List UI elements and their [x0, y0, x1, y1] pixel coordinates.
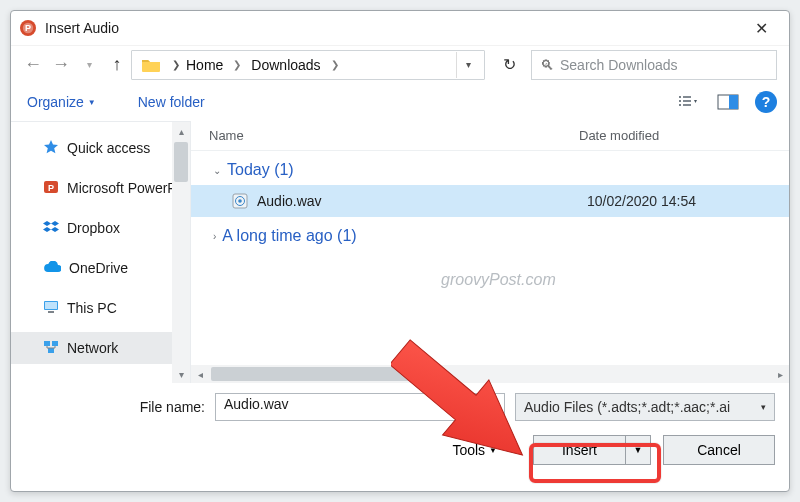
chevron-down-icon: ▾ [466, 59, 471, 70]
svg-rect-15 [48, 311, 54, 313]
powerpoint-icon: P [43, 179, 59, 198]
filename-input[interactable]: Audio.wav [215, 393, 505, 421]
insert-audio-dialog: P Insert Audio ✕ ← → ▾ ↑ ❯ Home ❯ Downlo… [10, 10, 790, 492]
refresh-icon: ↻ [503, 55, 516, 74]
column-headers[interactable]: Name Date modified [191, 121, 789, 151]
star-icon [43, 139, 59, 158]
file-list: Name Date modified ⌄ Today (1) Audio.wav… [191, 121, 789, 383]
chevron-right-icon: ❯ [172, 59, 180, 70]
dropbox-icon [43, 219, 59, 238]
sidebar-item-quick-access[interactable]: Quick access [19, 132, 190, 164]
chevron-down-icon: ⌄ [213, 165, 221, 176]
sidebar: Quick access P Microsoft PowerPo Dropbox… [11, 121, 191, 383]
audio-file-icon [231, 192, 249, 210]
sidebar-item-label: Dropbox [67, 220, 120, 236]
chevron-right-icon: › [213, 231, 216, 242]
new-folder-button[interactable]: New folder [134, 90, 209, 114]
svg-text:P: P [25, 23, 31, 33]
up-button[interactable]: ↑ [103, 51, 131, 79]
file-row-audio[interactable]: Audio.wav 10/02/2020 14:54 [191, 185, 789, 217]
refresh-button[interactable]: ↻ [495, 51, 523, 79]
address-dropdown-button[interactable]: ▾ [456, 52, 480, 78]
preview-pane-button[interactable] [715, 90, 741, 114]
crumb-home[interactable]: Home [186, 57, 223, 73]
chevron-down-icon: ▾ [179, 365, 184, 383]
arrow-left-icon: ← [24, 54, 42, 75]
back-button[interactable]: ← [19, 51, 47, 79]
help-icon: ? [762, 94, 771, 110]
file-list-horizontal-scrollbar[interactable]: ◂ ▸ [191, 365, 789, 383]
arrow-right-icon: → [52, 54, 70, 75]
folder-icon [140, 55, 162, 75]
search-input[interactable]: 🔍︎ Search Downloads [531, 50, 777, 80]
filter-label: Audio Files (*.adts;*.adt;*.aac;*.ai [524, 399, 730, 415]
preview-pane-icon [717, 94, 739, 110]
chevron-right-icon: ❯ [227, 59, 247, 70]
organize-label: Organize [27, 94, 84, 110]
file-name: Audio.wav [257, 193, 587, 209]
sidebar-item-network[interactable]: Network [11, 332, 190, 364]
crumb-downloads[interactable]: Downloads [251, 57, 320, 73]
chevron-right-icon: ▸ [771, 369, 789, 380]
filename-label: File name: [109, 399, 205, 415]
scrollbar-thumb[interactable] [174, 142, 188, 182]
chevron-right-icon: ❯ [325, 59, 345, 70]
cancel-button[interactable]: Cancel [663, 435, 775, 465]
close-icon: ✕ [755, 19, 768, 38]
chevron-left-icon: ◂ [191, 369, 209, 380]
close-button[interactable]: ✕ [741, 14, 781, 42]
newfolder-label: New folder [138, 94, 205, 110]
svg-rect-10 [729, 95, 738, 109]
tools-button[interactable]: Tools ▼ [452, 442, 497, 458]
sidebar-item-label: OneDrive [69, 260, 128, 276]
cancel-label: Cancel [697, 442, 741, 458]
navigation-bar: ← → ▾ ↑ ❯ Home ❯ Downloads ❯ ▾ ↻ 🔍︎ Sear… [11, 45, 789, 83]
scrollbar-thumb[interactable] [211, 367, 411, 381]
group-label: A long time ago (1) [222, 227, 356, 245]
highlight-box [529, 443, 661, 483]
monitor-icon [43, 300, 59, 317]
search-placeholder: Search Downloads [560, 57, 678, 73]
chevron-up-icon: ▴ [179, 122, 184, 140]
list-view-icon [677, 94, 699, 110]
footer: File name: Audio.wav Audio Files (*.adts… [11, 383, 789, 465]
toolbar: Organize ▼ New folder ? [11, 83, 789, 121]
organize-button[interactable]: Organize ▼ [23, 90, 100, 114]
filetype-filter[interactable]: Audio Files (*.adts;*.adt;*.aac;*.ai ▾ [515, 393, 775, 421]
chevron-down-icon: ▼ [88, 98, 96, 107]
sidebar-item-onedrive[interactable]: OneDrive [19, 252, 190, 284]
group-label: Today (1) [227, 161, 294, 179]
sidebar-item-label: Microsoft PowerPo [67, 180, 184, 196]
chevron-down-icon: ▼ [489, 446, 497, 455]
arrow-up-icon: ↑ [113, 54, 122, 75]
group-long-time-ago[interactable]: › A long time ago (1) [191, 217, 789, 251]
recent-locations-button[interactable]: ▾ [75, 51, 103, 79]
svg-rect-14 [45, 302, 57, 309]
svg-rect-18 [48, 348, 54, 353]
column-date-modified[interactable]: Date modified [579, 128, 659, 143]
sidebar-item-this-pc[interactable]: This PC [19, 292, 190, 324]
sidebar-item-label: Quick access [67, 140, 150, 156]
sidebar-item-dropbox[interactable]: Dropbox [19, 212, 190, 244]
sidebar-scrollbar[interactable]: ▴ ▾ [172, 122, 190, 383]
powerpoint-icon: P [19, 19, 37, 37]
forward-button[interactable]: → [47, 51, 75, 79]
network-icon [43, 340, 59, 357]
chevron-down-icon: ▾ [761, 402, 766, 412]
filename-value: Audio.wav [224, 396, 289, 412]
sidebar-item-label: Network [67, 340, 118, 356]
svg-point-21 [238, 199, 242, 203]
sidebar-item-powerpoint[interactable]: P Microsoft PowerPo [19, 172, 190, 204]
onedrive-icon [43, 260, 61, 276]
search-icon: 🔍︎ [540, 57, 554, 73]
window-title: Insert Audio [45, 20, 119, 36]
column-name[interactable]: Name [209, 128, 579, 143]
group-today[interactable]: ⌄ Today (1) [191, 151, 789, 185]
help-button[interactable]: ? [755, 91, 777, 113]
tools-label: Tools [452, 442, 485, 458]
sidebar-item-label: This PC [67, 300, 117, 316]
watermark: groovyPost.com [441, 271, 556, 289]
address-bar[interactable]: ❯ Home ❯ Downloads ❯ ▾ [131, 50, 485, 80]
view-options-button[interactable] [675, 90, 701, 114]
file-date: 10/02/2020 14:54 [587, 193, 696, 209]
